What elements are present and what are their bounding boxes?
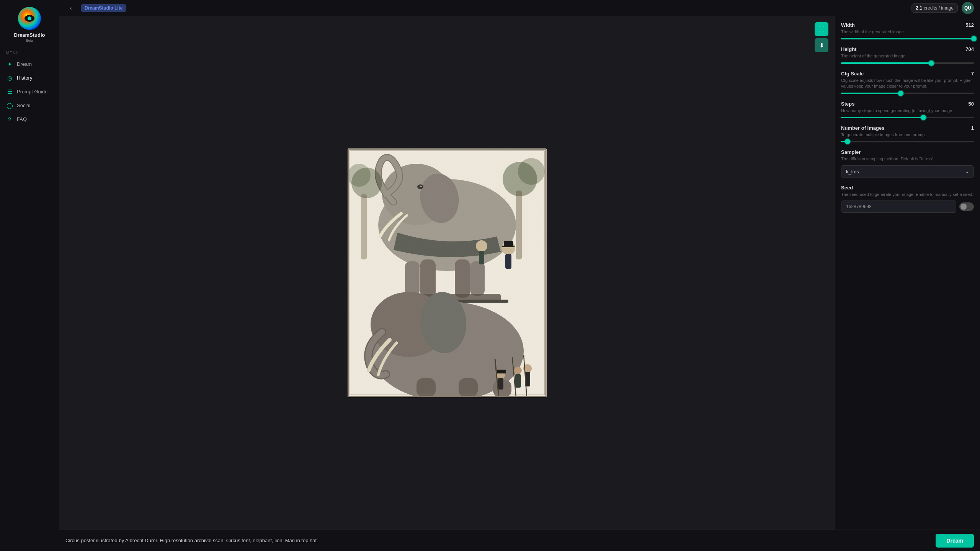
cfg-scale-setting: Cfg Scale 7 Cfg scale adjusts how much t… (841, 71, 974, 94)
height-slider-fill (841, 62, 931, 64)
height-setting: Height 704 The height of the generated i… (841, 46, 974, 64)
sampler-desc: The diffusion sampling method. Default i… (841, 156, 974, 162)
width-value: 512 (965, 22, 974, 28)
breadcrumb-badge: DreamStudio Lite (81, 4, 126, 12)
num-images-slider-thumb (845, 139, 850, 144)
sampler-select[interactable]: k_lms ⌄ (841, 165, 974, 178)
expand-tool-button[interactable]: ⛶ (815, 22, 828, 36)
credits-number: 2.1 (916, 5, 922, 11)
width-slider-thumb (971, 36, 977, 41)
dream-icon: ✦ (6, 61, 13, 68)
seed-row (841, 201, 974, 213)
sampler-value: k_lms (846, 169, 859, 174)
steps-value: 50 (969, 101, 974, 107)
num-images-label: Number of Images (841, 125, 884, 131)
num-images-slider-track[interactable] (841, 141, 974, 142)
user-avatar[interactable]: QU (962, 2, 974, 14)
sidebar-item-label-faq: FAQ (17, 116, 27, 122)
height-label: Height (841, 46, 856, 52)
main-area: ‹ DreamStudio Lite 2.1 credits / image Q… (59, 0, 980, 551)
back-button[interactable]: ‹ (65, 3, 76, 13)
num-images-setting: Number of Images 1 To generate multiple … (841, 125, 974, 142)
logo-image (18, 7, 41, 30)
sidebar-item-label-history: History (17, 75, 32, 81)
steps-slider-thumb (921, 115, 926, 120)
sidebar-item-faq[interactable]: ? FAQ (0, 112, 59, 126)
prompt-input[interactable] (65, 538, 931, 543)
height-desc: The height of the generated image. (841, 53, 974, 59)
sidebar-item-label-social: Social (17, 103, 30, 108)
credits-display: 2.1 credits / image (911, 3, 958, 13)
canvas-area: ⛶ ⬇ (59, 16, 835, 530)
cfg-scale-slider-thumb (898, 91, 903, 96)
width-setting: Width 512 The width of the generated ima… (841, 22, 974, 39)
app-name: DreamStudio (14, 32, 45, 38)
sidebar-item-label-dream: Dream (17, 61, 32, 67)
seed-desc: The seed used to generate your image. En… (841, 192, 974, 197)
steps-desc: How many steps to spend generating (diff… (841, 108, 974, 114)
width-label: Width (841, 22, 855, 28)
cfg-scale-label: Cfg Scale (841, 71, 864, 77)
cfg-scale-desc: Cfg scale adjusts how much the image wil… (841, 78, 974, 90)
seed-input[interactable] (841, 201, 956, 213)
cfg-scale-slider-fill (841, 93, 901, 94)
app-beta: Beta (26, 39, 33, 42)
num-images-desc: To generate multiple images from one pro… (841, 132, 974, 138)
generated-image (348, 148, 547, 397)
faq-icon: ? (6, 116, 13, 123)
dream-button[interactable]: Dream (936, 534, 974, 548)
topbar: ‹ DreamStudio Lite 2.1 credits / image Q… (59, 0, 980, 16)
sampler-label: Sampler (841, 149, 861, 155)
settings-panel: Width 512 The width of the generated ima… (835, 16, 980, 530)
seed-setting: Seed The seed used to generate your imag… (841, 185, 974, 213)
num-images-value: 1 (971, 125, 974, 131)
logo-eye (24, 15, 34, 22)
width-desc: The width of the generated image. (841, 29, 974, 35)
sidebar-item-history[interactable]: ◷ History (0, 71, 59, 85)
cfg-scale-value: 7 (971, 71, 974, 77)
download-tool-button[interactable]: ⬇ (815, 38, 828, 52)
sampler-setting: Sampler The diffusion sampling method. D… (841, 149, 974, 178)
seed-toggle-knob (960, 204, 967, 210)
logo-area: DreamStudio Beta (0, 0, 59, 46)
prompt-guide-icon: ☰ (6, 88, 13, 95)
seed-label: Seed (841, 185, 853, 191)
steps-slider-fill (841, 117, 923, 118)
sampler-chevron-icon: ⌄ (965, 169, 969, 174)
steps-setting: Steps 50 How many steps to spend generat… (841, 101, 974, 118)
height-value: 704 (965, 46, 974, 52)
cfg-scale-slider-track[interactable] (841, 93, 974, 94)
seed-toggle[interactable] (959, 202, 974, 211)
sidebar-item-dream[interactable]: ✦ Dream (0, 57, 59, 71)
height-slider-thumb (929, 60, 934, 66)
sidebar-item-label-prompt-guide: Prompt Guide (17, 89, 47, 95)
social-icon: ◯ (6, 102, 13, 109)
menu-label: MENU (0, 46, 59, 57)
topbar-right: 2.1 credits / image QU (911, 2, 974, 14)
bottom-bar: Dream (59, 530, 980, 551)
sidebar: DreamStudio Beta MENU ✦ Dream ◷ History … (0, 0, 59, 551)
credits-label: credits / image (924, 5, 954, 11)
history-icon: ◷ (6, 75, 13, 82)
width-slider-track[interactable] (841, 38, 974, 39)
steps-label: Steps (841, 101, 854, 107)
sidebar-item-prompt-guide[interactable]: ☰ Prompt Guide (0, 85, 59, 99)
width-slider-fill (841, 38, 974, 39)
sidebar-item-social[interactable]: ◯ Social (0, 99, 59, 112)
image-tools: ⛶ ⬇ (815, 22, 828, 52)
content-area: ⛶ ⬇ (59, 16, 980, 530)
steps-slider-track[interactable] (841, 117, 974, 118)
height-slider-track[interactable] (841, 62, 974, 64)
svg-rect-44 (348, 148, 547, 397)
